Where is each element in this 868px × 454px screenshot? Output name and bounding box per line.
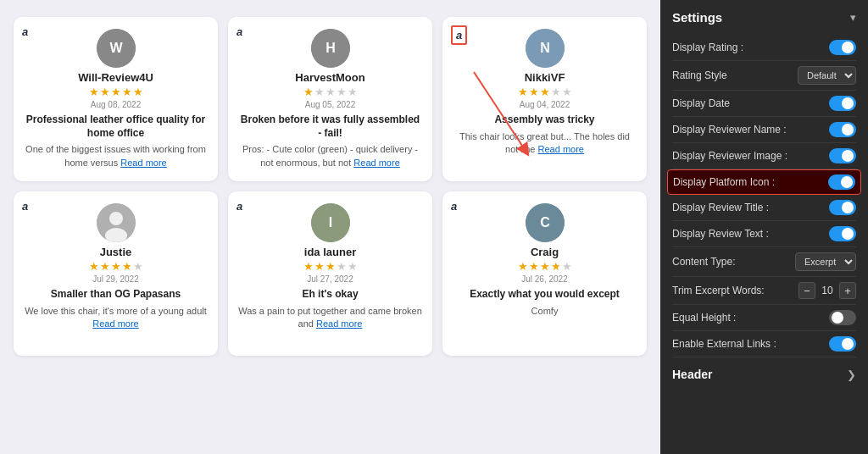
select-rating-style[interactable]: Default bbox=[798, 66, 856, 85]
star: ★ bbox=[111, 260, 121, 273]
svg-text:C: C bbox=[540, 215, 550, 230]
settings-label-rating-style: Rating Style bbox=[672, 69, 727, 81]
settings-row-rating-style: Rating StyleDefault bbox=[672, 61, 856, 91]
star: ★ bbox=[540, 86, 550, 98]
star: ★ bbox=[133, 86, 143, 98]
platform-icon: a bbox=[22, 25, 28, 38]
star-rating: ★★★★★ bbox=[518, 86, 572, 98]
review-text: One of the biggest issues with working f… bbox=[24, 143, 208, 169]
header-chevron-icon[interactable]: ❯ bbox=[847, 368, 856, 381]
star: ★ bbox=[562, 260, 572, 273]
settings-footer: Header ❯ bbox=[672, 361, 856, 388]
stepper-trim-excerpt: −10+ bbox=[798, 282, 856, 299]
review-card-2: a H HarvestMoon★★★★★Aug 05, 2022Broken b… bbox=[228, 17, 432, 181]
settings-label-display-reviewer-image: Display Reviewer Image : bbox=[672, 150, 787, 162]
star: ★ bbox=[518, 86, 528, 98]
settings-label-display-reviewer-name: Display Reviewer Name : bbox=[672, 124, 787, 136]
read-more-link[interactable]: Read more bbox=[316, 318, 362, 329]
star-rating: ★★★★★ bbox=[303, 260, 358, 273]
star: ★ bbox=[540, 260, 550, 273]
reviewer-avatar: W bbox=[97, 29, 136, 68]
star: ★ bbox=[529, 260, 539, 273]
star: ★ bbox=[337, 260, 347, 273]
reviewer-name: Justie bbox=[100, 246, 132, 258]
platform-icon: a bbox=[451, 200, 457, 213]
star-rating: ★★★★★ bbox=[89, 260, 143, 273]
settings-row-display-review-text: Display Review Text : bbox=[672, 221, 856, 247]
reviews-grid: a W Will-Review4U★★★★★Aug 08, 2022Profes… bbox=[0, 0, 660, 373]
toggle-display-review-text[interactable] bbox=[829, 226, 856, 241]
star: ★ bbox=[100, 86, 110, 98]
settings-label-display-platform-icon: Display Platform Icon : bbox=[673, 176, 775, 188]
platform-icon: a bbox=[236, 25, 242, 38]
review-title: Broken before it was fully assembled - f… bbox=[238, 114, 422, 140]
review-card-5: a I ida launer★★★★★Jul 27, 2022Eh it's o… bbox=[228, 191, 432, 356]
review-title: Professional leather office quality for … bbox=[24, 114, 208, 140]
review-title: Eh it's okay bbox=[302, 288, 358, 302]
toggle-equal-height[interactable] bbox=[829, 310, 856, 325]
settings-row-display-review-title: Display Review Title : bbox=[672, 195, 856, 221]
star: ★ bbox=[551, 260, 561, 273]
reviewer-name: ida launer bbox=[304, 246, 356, 258]
toggle-display-reviewer-name[interactable] bbox=[829, 122, 856, 137]
reviewer-avatar: C bbox=[526, 203, 565, 242]
toggle-display-platform-icon[interactable] bbox=[828, 174, 855, 190]
toggle-display-rating[interactable] bbox=[829, 40, 856, 55]
settings-row-enable-external: Enable External Links : bbox=[672, 331, 856, 357]
star: ★ bbox=[303, 86, 314, 98]
read-more-link[interactable]: Read more bbox=[353, 158, 399, 168]
stepper-plus-button[interactable]: + bbox=[839, 282, 856, 299]
star: ★ bbox=[348, 260, 358, 273]
settings-label-display-date: Display Date bbox=[672, 97, 730, 109]
star: ★ bbox=[111, 86, 121, 98]
header-section-label: Header bbox=[672, 368, 712, 381]
star: ★ bbox=[518, 260, 528, 273]
reviewer-name: HarvestMoon bbox=[295, 71, 364, 84]
svg-point-7 bbox=[109, 212, 123, 225]
settings-label-enable-external: Enable External Links : bbox=[672, 338, 776, 350]
review-text: Pros: - Cute color (green) - quick deliv… bbox=[238, 143, 422, 169]
review-text: We love this chair, it's more of a young… bbox=[24, 305, 208, 331]
star: ★ bbox=[314, 260, 325, 273]
svg-text:H: H bbox=[326, 41, 336, 55]
stepper-minus-button[interactable]: − bbox=[798, 282, 815, 299]
reviewer-avatar: H bbox=[311, 29, 350, 68]
star: ★ bbox=[89, 260, 99, 273]
reviewer-avatar: I bbox=[311, 203, 350, 242]
toggle-display-reviewer-image[interactable] bbox=[829, 148, 856, 163]
settings-label-equal-height: Equal Height : bbox=[672, 312, 736, 324]
platform-icon: a bbox=[22, 200, 28, 213]
settings-label-content-type: Content Type: bbox=[672, 256, 736, 268]
settings-row-equal-height: Equal Height : bbox=[672, 305, 856, 331]
toggle-display-date[interactable] bbox=[829, 96, 856, 111]
star-rating: ★★★★★ bbox=[518, 260, 572, 273]
star: ★ bbox=[122, 86, 132, 98]
star: ★ bbox=[529, 86, 539, 98]
settings-row-display-reviewer-name: Display Reviewer Name : bbox=[672, 117, 856, 143]
settings-row-display-reviewer-image: Display Reviewer Image : bbox=[672, 143, 856, 169]
settings-header: Settings ▾ bbox=[672, 10, 856, 25]
read-more-link[interactable]: Read more bbox=[538, 144, 584, 154]
read-more-link[interactable]: Read more bbox=[120, 158, 166, 168]
review-date: Aug 05, 2022 bbox=[305, 100, 356, 109]
svg-text:W: W bbox=[109, 41, 123, 55]
settings-label-display-rating: Display Rating : bbox=[672, 42, 743, 53]
select-content-type[interactable]: Excerpt bbox=[795, 252, 856, 271]
star-rating: ★★★★★ bbox=[303, 86, 358, 98]
reviewer-name: Will-Review4U bbox=[78, 71, 153, 84]
settings-row-display-date: Display Date bbox=[672, 91, 856, 117]
stepper-value: 10 bbox=[819, 285, 836, 296]
settings-label-display-review-title: Display Review Title : bbox=[672, 202, 769, 213]
toggle-enable-external[interactable] bbox=[829, 336, 856, 352]
review-title: Assembly was tricky bbox=[494, 114, 594, 127]
star: ★ bbox=[133, 260, 143, 273]
review-title: Exactly what you would except bbox=[470, 288, 620, 302]
settings-row-display-platform-icon: Display Platform Icon : bbox=[667, 169, 861, 195]
settings-chevron-icon[interactable]: ▾ bbox=[850, 11, 856, 24]
toggle-display-review-title[interactable] bbox=[829, 200, 856, 215]
review-title: Smaller than OG Papasans bbox=[51, 288, 181, 302]
read-more-link[interactable]: Read more bbox=[92, 318, 138, 329]
settings-row-content-type: Content Type:Excerpt bbox=[672, 247, 856, 277]
star: ★ bbox=[122, 260, 132, 273]
svg-text:N: N bbox=[540, 41, 550, 55]
